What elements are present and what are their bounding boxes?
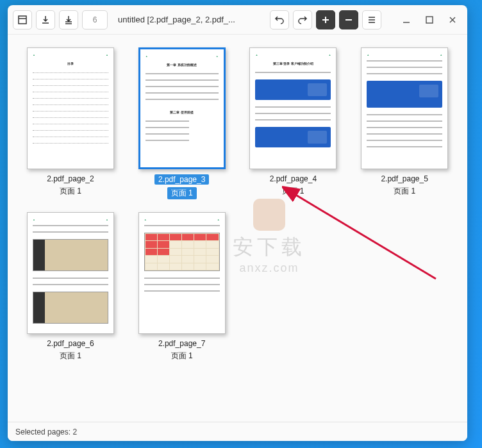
- layout-icon: [17, 15, 28, 25]
- thumbnail-page: 页面 1: [171, 351, 193, 361]
- layout-button[interactable]: [13, 10, 32, 29]
- thumbnail-name: 2.pdf_page_2: [47, 174, 94, 183]
- thumbnail-item: ▲▲第一章 系统功能概述第二章 使用前提2.pdf_page_3页面 1: [135, 47, 229, 199]
- status-bar: Selected pages: 2: [8, 422, 467, 441]
- thumbnail[interactable]: ▲▲第三章 登录 客户端功能介绍: [249, 47, 337, 169]
- menu-button[interactable]: [362, 10, 381, 29]
- thumbnail[interactable]: ▲▲: [361, 47, 448, 169]
- thumbnail-area[interactable]: ▲▲目录2.pdf_page_2页面 1▲▲第一章 系统功能概述第二章 使用前提…: [8, 35, 467, 422]
- thumbnail-page: 页面 1: [394, 186, 415, 197]
- window-title: untitled [2.pdf_page_2, 2.pdf_...: [112, 15, 266, 24]
- status-text: Selected pages: 2: [15, 427, 77, 436]
- thumbnail[interactable]: ▲▲: [138, 212, 226, 334]
- thumbnail[interactable]: ▲▲: [27, 212, 114, 334]
- minimize-icon: [401, 15, 411, 25]
- rotate-left-icon: [274, 15, 285, 25]
- titlebar: 6 untitled [2.pdf_page_2, 2.pdf_...: [8, 5, 467, 35]
- thumbnail[interactable]: ▲▲目录: [27, 47, 114, 169]
- thumbnail[interactable]: ▲▲第一章 系统功能概述第二章 使用前提: [138, 47, 226, 169]
- thumbnail-page: 页面 1: [282, 186, 304, 197]
- close-button[interactable]: [443, 10, 462, 29]
- close-icon: [447, 15, 458, 25]
- thumbnail-name: 2.pdf_page_3: [154, 174, 209, 185]
- remove-icon: [344, 15, 354, 25]
- rotate-right-icon: [297, 15, 308, 25]
- download-button[interactable]: [36, 10, 55, 29]
- thumbnail-item: ▲▲2.pdf_page_6页面 1: [23, 212, 118, 361]
- minimize-button[interactable]: [397, 10, 416, 29]
- thumbnail-page: 页面 1: [167, 187, 197, 199]
- page-count: 6: [82, 10, 108, 29]
- download-all-button[interactable]: [59, 10, 78, 29]
- download-icon: [40, 15, 51, 25]
- download-all-icon: [63, 15, 74, 25]
- add-icon: [320, 15, 331, 25]
- rotate-left-button[interactable]: [270, 10, 289, 29]
- thumbnail-name: 2.pdf_page_6: [47, 339, 94, 348]
- thumbnail-item: ▲▲目录2.pdf_page_2页面 1: [23, 47, 118, 199]
- thumbnail-name: 2.pdf_page_5: [381, 174, 428, 183]
- thumbnail-item: ▲▲2.pdf_page_5页面 1: [357, 47, 452, 199]
- thumbnail-page: 页面 1: [60, 351, 81, 361]
- add-button[interactable]: [316, 10, 335, 29]
- svg-rect-2: [426, 17, 433, 23]
- thumbnail-name: 2.pdf_page_7: [158, 339, 205, 348]
- remove-button[interactable]: [339, 10, 358, 29]
- maximize-icon: [424, 15, 435, 25]
- thumbnail-name: 2.pdf_page_4: [270, 174, 317, 183]
- thumbnail-item: ▲▲2.pdf_page_7页面 1: [135, 212, 229, 361]
- app-window: 6 untitled [2.pdf_page_2, 2.pdf_... ▲▲目录…: [8, 5, 467, 441]
- thumbnail-page: 页面 1: [60, 186, 81, 197]
- menu-icon: [367, 15, 377, 25]
- thumbnail-item: ▲▲第三章 登录 客户端功能介绍2.pdf_page_4页面 1: [246, 47, 341, 199]
- rotate-right-button[interactable]: [293, 10, 312, 29]
- maximize-button[interactable]: [420, 10, 439, 29]
- svg-rect-0: [19, 16, 26, 24]
